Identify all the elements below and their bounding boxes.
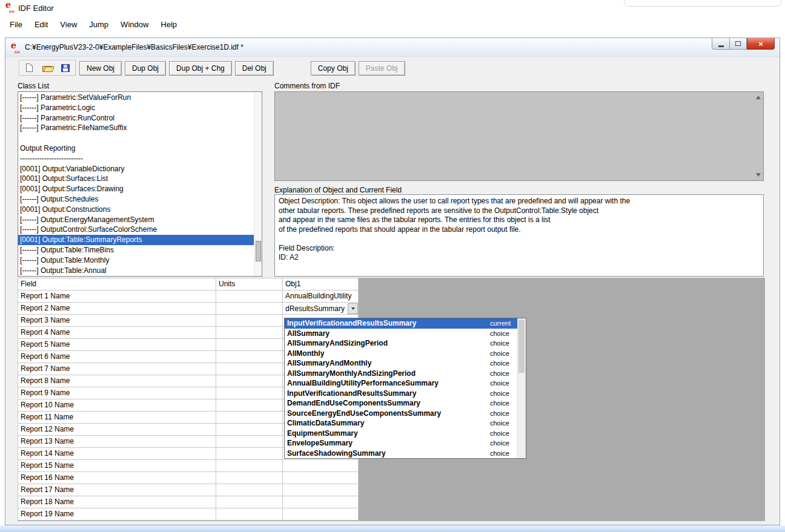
class-list-item[interactable]: [------] Output:Table:Annual — [18, 266, 254, 276]
class-list-item[interactable]: [0001] Output:Surfaces:Drawing — [18, 184, 254, 194]
document-titlebar[interactable]: eEdit C:¥EnergyPlusV23-2-0¥ExampleFiles¥… — [5, 38, 780, 57]
dropdown-item-name: AllSummaryAndSizingPeriod — [285, 338, 490, 349]
scroll-down-icon[interactable] — [756, 173, 761, 177]
dropdown-item-name: ClimaticDataSummary — [285, 418, 490, 429]
field-name-cell: Report 4 Name — [18, 327, 216, 339]
new-obj-button[interactable]: New Obj — [79, 61, 122, 76]
obj1-cell[interactable] — [283, 496, 359, 508]
document-window: eEdit C:¥EnergyPlusV23-2-0¥ExampleFiles¥… — [5, 38, 780, 525]
dropdown-item[interactable]: SurfaceShadowingSummarychoice — [285, 448, 518, 459]
idf-editor-icon: eEdit — [5, 2, 15, 12]
units-cell — [216, 424, 283, 436]
dup-obj-button[interactable]: Dup Obj — [125, 61, 166, 76]
obj1-cell[interactable] — [283, 472, 359, 484]
new-file-button[interactable] — [21, 62, 38, 74]
class-list-item[interactable]: [------] Parametric:Logic — [18, 103, 254, 113]
class-list-item[interactable]: -------------------------- — [18, 154, 254, 164]
dropdown-scrollbar-thumb[interactable] — [518, 320, 525, 373]
menu-item-view[interactable]: View — [54, 18, 83, 31]
dropdown-item[interactable]: AllMonthlychoice — [285, 349, 518, 359]
save-file-button[interactable] — [57, 62, 73, 74]
table-row: Report 15 Name — [18, 460, 359, 472]
close-icon: × — [758, 39, 763, 49]
dropdown-scrollbar[interactable] — [517, 318, 526, 458]
close-button[interactable]: × — [747, 38, 775, 50]
dropdown-item[interactable]: InputVerificationandResultsSummarycurren… — [285, 318, 518, 329]
field-name-cell: Report 17 Name — [18, 484, 216, 496]
menu-item-help[interactable]: Help — [154, 18, 183, 31]
obj1-cell[interactable] — [283, 484, 359, 496]
dropdown-item[interactable]: DemandEndUseComponentsSummarychoice — [285, 398, 518, 409]
class-list-item[interactable]: [------] OutputControl:SurfaceColorSchem… — [18, 225, 254, 235]
comments-scrollbar[interactable] — [753, 92, 763, 180]
dropdown-item[interactable]: AnnualBuildingUtilityPerformanceSummaryc… — [285, 378, 518, 389]
dropdown-item-status: choice — [490, 418, 518, 429]
field-name-cell: Report 11 Name — [18, 412, 216, 424]
combo-value: dResultsSummary — [285, 304, 348, 313]
obj1-cell[interactable] — [283, 460, 359, 472]
header-units: Units — [216, 278, 283, 291]
del-obj-button[interactable]: Del Obj — [235, 61, 274, 76]
minimize-button[interactable] — [712, 38, 730, 50]
explanation-line: Field Description: — [279, 244, 760, 254]
class-list-item[interactable]: [0001] Output:Surfaces:List — [18, 174, 254, 184]
class-list-item[interactable]: [------] Parametric:FileNameSuffix — [18, 123, 254, 133]
open-file-button[interactable] — [39, 62, 56, 74]
dropdown-item[interactable]: SourceEnergyEndUseComponentsSummarychoic… — [285, 409, 518, 419]
object-toolbar: New ObjDup ObjDup Obj + ChgDel ObjCopy O… — [79, 61, 405, 76]
explanation-line — [279, 234, 760, 244]
document-title: C:¥EnergyPlusV23-2-0¥ExampleFiles¥Basics… — [25, 43, 243, 51]
comments-label: Comments from IDF — [274, 82, 340, 90]
class-list-item[interactable]: [0001] Output:Table:SummaryReports — [18, 235, 254, 245]
dropdown-item-name: DemandEndUseComponentsSummary — [285, 398, 490, 409]
class-list-item[interactable]: [------] Output:Schedules — [18, 194, 254, 205]
units-cell — [216, 448, 283, 460]
dropdown-item-status: choice — [490, 429, 518, 439]
dropdown-item-name: InputVerificationandResultsSummary — [285, 389, 490, 399]
dropdown-item[interactable]: ClimaticDataSummarychoice — [285, 418, 518, 429]
units-cell — [216, 472, 283, 484]
field-name-cell: Report 5 Name — [18, 339, 216, 351]
field-name-cell: Report 10 Name — [18, 399, 216, 412]
dropdown-item[interactable]: AllSummaryAndMonthlychoice — [285, 358, 518, 369]
units-cell — [216, 508, 283, 521]
class-list-item[interactable]: [0001] Output:VariableDictionary — [18, 164, 254, 174]
dup-obj-chg-button[interactable]: Dup Obj + Chg — [169, 61, 232, 76]
class-list-item[interactable]: [------] Parametric:RunControl — [18, 113, 254, 123]
scrollbar-thumb[interactable] — [256, 241, 261, 261]
scroll-up-icon[interactable] — [756, 96, 761, 99]
class-list-scrollbar[interactable] — [254, 92, 262, 276]
menu-item-window[interactable]: Window — [114, 18, 154, 31]
class-list-item[interactable]: [------] Parametric:SetValueForRun — [18, 93, 254, 103]
dropdown-item[interactable]: AllSummaryMonthlyAndSizingPeriodchoice — [285, 369, 518, 379]
menu-item-file[interactable]: File — [4, 18, 28, 31]
class-list-item[interactable]: [------] Output:Table:Monthly — [18, 255, 254, 266]
copy-obj-button[interactable]: Copy Obj — [311, 61, 356, 76]
field-name-cell: Report 14 Name — [18, 448, 216, 460]
dropdown-item[interactable]: InputVerificationandResultsSummarychoice — [285, 389, 518, 399]
class-list-item[interactable]: [0001] Output:Constructions — [18, 205, 254, 215]
combo-dropdown-button[interactable] — [348, 303, 358, 314]
dropdown-item[interactable]: EquipmentSummarychoice — [285, 429, 518, 439]
dropdown-item[interactable]: AllSummaryAndSizingPeriodchoice — [285, 338, 518, 349]
class-list-item[interactable]: Output Reporting — [18, 143, 254, 154]
dropdown-item[interactable]: AllSummarychoice — [285, 329, 518, 339]
class-list-item[interactable] — [18, 133, 254, 143]
field-name-cell: Report 2 Name — [18, 303, 216, 315]
maximize-button[interactable] — [730, 38, 747, 50]
comments-box[interactable] — [274, 91, 764, 181]
dropdown-item[interactable]: EnvelopeSummarychoice — [285, 438, 518, 448]
app-titlebar: eEdit IDF Editor — [0, 0, 785, 16]
obj1-cell[interactable]: dResultsSummary — [283, 303, 359, 315]
menu-item-jump[interactable]: Jump — [83, 18, 114, 31]
class-list-item[interactable]: [------] Output:EnergyManagementSystem — [18, 215, 254, 225]
obj1-cell[interactable]: AnnualBuildingUtility — [283, 291, 359, 303]
class-list: [------] Parametric:SetValueForRun[-----… — [18, 91, 262, 277]
class-list-item[interactable]: [------] Output:Table:TimeBins — [18, 245, 254, 255]
dropdown-item-status: choice — [490, 389, 518, 399]
field-name-cell: Report 8 Name — [18, 375, 216, 387]
obj1-cell[interactable] — [283, 508, 359, 521]
menu-item-edit[interactable]: Edit — [28, 18, 54, 31]
field-name-cell: Report 15 Name — [18, 460, 216, 472]
field-name-cell: Report 6 Name — [18, 351, 216, 363]
